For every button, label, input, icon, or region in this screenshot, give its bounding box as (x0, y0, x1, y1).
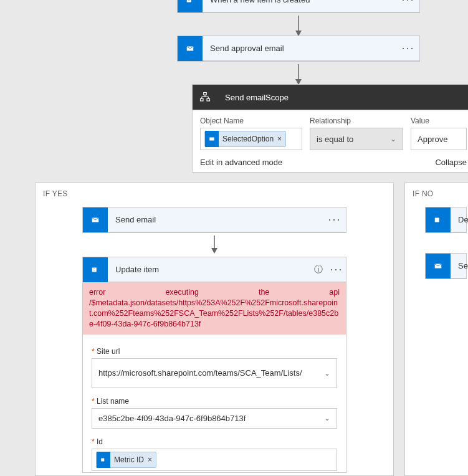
update-item-header[interactable]: Update item ⓘ ··· (83, 257, 346, 282)
condition-icon (193, 85, 217, 110)
trigger-title: When a new item is created (203, 0, 397, 4)
chevron-down-icon: ⌄ (390, 135, 396, 143)
delete-title: Delete (451, 215, 468, 224)
sharepoint-icon (426, 207, 451, 232)
update-item-form: Site url https://microsoft.sharepoint.co… (83, 335, 346, 472)
update-item-title: Update item (108, 265, 310, 274)
scope-card: Send emailScope Object Name SelectedOpti… (192, 84, 468, 173)
more-icon[interactable]: ··· (327, 263, 346, 276)
condition-row: Object Name SelectedOption × Relationshi… (193, 110, 468, 153)
sharepoint-icon (83, 257, 108, 282)
if-no-branch: IF NO Delete Send (404, 183, 468, 476)
chevron-down-icon[interactable]: ⌄ (324, 369, 330, 378)
list-name-value: e385c2be-4f09-43da-947c-6f9b864b713f (98, 414, 319, 423)
flow-arrow-icon (209, 236, 219, 254)
if-no-title: IF NO (413, 189, 467, 198)
value-label: Value (411, 117, 467, 125)
trigger-card: When a new item is created ··· (177, 0, 420, 13)
svg-rect-11 (201, 98, 204, 101)
token-text: SelectedOption (219, 135, 277, 143)
chevron-down-icon[interactable]: ⌄ (324, 414, 330, 422)
value-text: Approve (418, 135, 447, 144)
send-email-title: Send email (108, 215, 323, 224)
delete-card: Delete (425, 207, 467, 233)
value-input[interactable]: Approve (411, 128, 467, 150)
relationship-label: Relationship (310, 117, 403, 125)
flow-arrow-icon (294, 64, 303, 85)
send-no-card: Send (425, 253, 467, 279)
more-icon[interactable]: ··· (397, 42, 419, 55)
list-name-label: List name (92, 397, 337, 406)
token-icon (97, 452, 110, 468)
flow-arrow-icon (294, 16, 303, 37)
list-name-input[interactable]: e385c2be-4f09-43da-947c-6f9b864b713f ⌄ (92, 408, 337, 429)
more-icon[interactable]: ··· (323, 213, 346, 226)
svg-rect-12 (207, 98, 210, 101)
relationship-select[interactable]: is equal to ⌄ (310, 128, 403, 150)
id-input[interactable]: Metric ID × (92, 449, 337, 471)
object-name-label: Object Name (200, 117, 302, 125)
send-email-card: Send email ··· (82, 207, 346, 233)
more-icon[interactable]: ··· (397, 0, 419, 6)
collapse-link[interactable]: Collapse (435, 158, 467, 167)
outlook-icon (426, 254, 451, 278)
scope-footer: Edit in advanced mode Collapse (193, 153, 468, 172)
sharepoint-icon (178, 0, 203, 12)
info-icon[interactable]: ⓘ (310, 264, 327, 275)
svg-rect-0 (187, 0, 191, 2)
edit-advanced-link[interactable]: Edit in advanced mode (200, 158, 282, 167)
delete-header[interactable]: Delete (426, 207, 466, 232)
token-icon (205, 131, 219, 147)
metric-id-token[interactable]: Metric ID × (96, 452, 156, 468)
if-yes-title: IF YES (43, 189, 386, 198)
send-email-header[interactable]: Send email ··· (83, 207, 346, 232)
token-remove-icon[interactable]: × (148, 455, 152, 464)
if-yes-branch: IF YES Send email ··· Update item ⓘ (35, 183, 394, 476)
send-no-title: Send (451, 261, 468, 270)
approval-card: Send approval email ··· (177, 36, 420, 62)
approval-title: Send approval email (203, 44, 397, 53)
update-item-card: Update item ⓘ ··· error executing the ap… (82, 257, 346, 473)
selected-option-token[interactable]: SelectedOption × (204, 131, 286, 147)
scope-header[interactable]: Send emailScope (193, 85, 468, 110)
send-no-header[interactable]: Send (426, 254, 466, 278)
site-url-value: https://microsoft.sharepoint.com/teams/S… (98, 368, 319, 378)
svg-rect-6 (204, 93, 207, 95)
svg-rect-19 (435, 217, 439, 222)
site-url-input[interactable]: https://microsoft.sharepoint.com/teams/S… (92, 358, 337, 388)
token-remove-icon[interactable]: × (277, 135, 282, 143)
outlook-icon (178, 36, 203, 61)
token-text: Metric ID (110, 455, 148, 464)
scope-title: Send emailScope (217, 93, 468, 102)
trigger-header[interactable]: When a new item is created ··· (178, 0, 419, 12)
relationship-value: is equal to (317, 135, 353, 144)
approval-header[interactable]: Send approval email ··· (178, 36, 419, 61)
svg-rect-13 (209, 138, 214, 141)
id-label: Id (92, 437, 337, 446)
outlook-icon (83, 207, 108, 232)
object-name-input[interactable]: SelectedOption × (200, 128, 302, 150)
site-url-label: Site url (92, 347, 337, 356)
error-message: error executing the api /$metadata.json/… (83, 282, 346, 335)
svg-marker-16 (211, 248, 217, 254)
svg-rect-18 (101, 458, 104, 461)
